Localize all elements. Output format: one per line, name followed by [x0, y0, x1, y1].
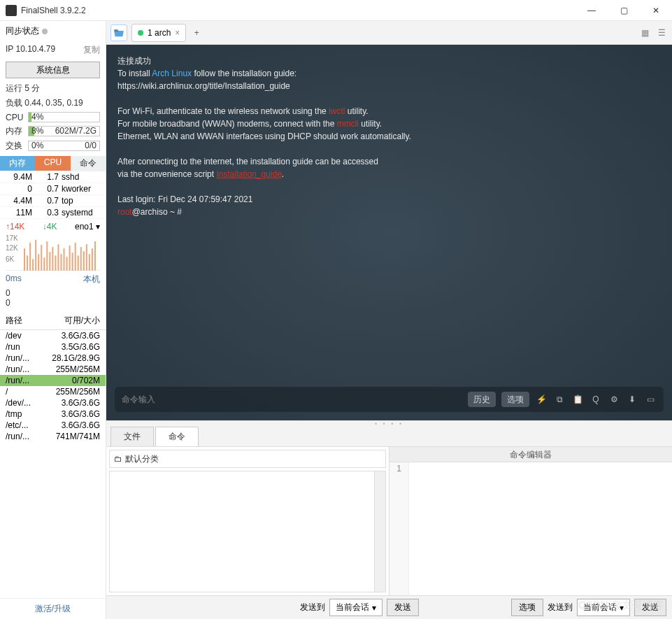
command-list[interactable] [109, 471, 386, 592]
sidebar: 同步状态 IP 10.10.4.79 复制 系统信息 运行 5 分 负载 0.4… [0, 21, 106, 619]
fs-row[interactable]: /run/...28.1G/28.9G [0, 353, 106, 364]
command-editor[interactable] [409, 462, 672, 595]
sync-status-dot-icon [42, 29, 48, 34]
fs-row[interactable]: /run/...255M/256M [0, 364, 106, 375]
fs-row[interactable]: /run/...0/702M [0, 375, 106, 386]
paste-icon[interactable]: 📋 [571, 393, 584, 406]
cpu-bar: 4% [28, 112, 100, 122]
process-row[interactable]: 4.4M0.7top [0, 195, 106, 207]
mem-bar: 8%602M/7.2G [28, 126, 100, 136]
tab-label: 1 arch [148, 28, 171, 38]
command-input-bar: 命令输入 历史 选项 ⚡ ⧉ 📋 Q ⚙ ⬇ ▭ [115, 387, 664, 412]
svg-rect-10 [52, 247, 53, 271]
fs-row[interactable]: /dev/...3.6G/3.6G [0, 397, 106, 408]
tab-memory[interactable]: 内存 [0, 156, 35, 171]
tab-command[interactable]: 命令 [71, 156, 106, 171]
grid-view-icon[interactable]: ▦ [638, 27, 651, 39]
options-button-2[interactable]: 选项 [511, 599, 543, 616]
gear-icon[interactable]: ⚙ [608, 393, 620, 406]
copy-ip-button[interactable]: 复制 [83, 44, 100, 56]
swap-label: 交换 [6, 140, 25, 152]
fs-row[interactable]: /dev3.6G/3.6G [0, 330, 106, 341]
options-button[interactable]: 选项 [501, 392, 529, 407]
svg-rect-0 [24, 248, 25, 271]
svg-rect-11 [55, 255, 56, 271]
svg-rect-2 [29, 243, 31, 271]
bottom-toolbar: 发送到 当前会话▾ 发送 选项 发送到 当前会话▾ 发送 CSDN @文哥博客 [106, 595, 672, 619]
fs-row[interactable]: /run/...741M/741M [0, 431, 106, 442]
line-gutter: 1 [389, 462, 409, 595]
svg-rect-3 [32, 259, 34, 271]
chevron-down-icon: ▾ [620, 603, 624, 613]
list-view-icon[interactable]: ☰ [655, 27, 668, 39]
window-title: FinalShell 3.9.2.2 [21, 6, 576, 15]
close-button[interactable]: ✕ [640, 0, 672, 21]
svg-rect-5 [38, 254, 39, 271]
sendto-label-2: 发送到 [548, 602, 573, 613]
session-select-2[interactable]: 当前会话▾ [577, 599, 630, 616]
svg-rect-14 [64, 248, 65, 271]
svg-rect-18 [75, 243, 76, 271]
network-chart: 17K 12K 6K [6, 234, 100, 271]
session-tab[interactable]: 1 arch × [131, 24, 186, 42]
send-button-2[interactable]: 发送 [634, 599, 666, 616]
load-label: 负载 0.44, 0.35, 0.19 [0, 96, 106, 111]
app-icon [6, 5, 17, 16]
tab-cpu[interactable]: CPU [35, 156, 70, 171]
system-info-button[interactable]: 系统信息 [6, 62, 100, 78]
scrollbar[interactable] [374, 471, 385, 592]
ip-address: IP 10.10.4.79 [6, 44, 55, 56]
history-button[interactable]: 历史 [468, 392, 496, 407]
bolt-icon[interactable]: ⚡ [535, 393, 548, 406]
fs-row[interactable]: /etc/...3.6G/3.6G [0, 420, 106, 431]
uptime-label: 运行 5 分 [0, 81, 106, 96]
fs-row[interactable]: /tmp3.6G/3.6G [0, 408, 106, 420]
swap-bar: 0%0/0 [28, 141, 100, 151]
editor-title: 命令编辑器 [389, 447, 672, 462]
process-row[interactable]: 00.7kworker [0, 183, 106, 195]
fs-row[interactable]: /255M/256M [0, 386, 106, 397]
svg-rect-8 [46, 241, 48, 271]
send-button[interactable]: 发送 [387, 599, 419, 616]
cpu-label: CPU [6, 113, 25, 122]
svg-rect-9 [49, 252, 50, 271]
bottom-tabs: 文件 命令 [106, 426, 672, 447]
activate-upgrade-link[interactable]: 激活/升级 [0, 598, 106, 619]
process-row[interactable]: 9.4M1.7sshd [0, 171, 106, 183]
mem-label: 内存 [6, 125, 25, 137]
svg-rect-20 [80, 247, 82, 271]
command-input[interactable]: 命令输入 [122, 393, 462, 406]
svg-rect-1 [27, 255, 28, 271]
copy-icon[interactable]: ⧉ [553, 393, 566, 406]
tab-file[interactable]: 文件 [110, 427, 154, 446]
svg-rect-17 [72, 252, 73, 271]
svg-rect-22 [86, 244, 87, 271]
latency-value: 0ms [6, 273, 22, 285]
close-tab-icon[interactable]: × [175, 28, 180, 38]
svg-rect-6 [41, 245, 42, 271]
category-header[interactable]: 🗀 默认分类 [109, 450, 386, 468]
svg-rect-7 [43, 257, 45, 271]
svg-rect-16 [69, 246, 71, 271]
tab-command[interactable]: 命令 [155, 427, 199, 446]
download-icon[interactable]: ⬇ [626, 393, 638, 406]
open-folder-button[interactable] [110, 24, 127, 41]
svg-rect-4 [35, 240, 36, 271]
search-icon[interactable]: Q [589, 393, 602, 406]
process-list: 9.4M1.7sshd 00.7kworker 4.4M0.7top 11M0.… [0, 171, 106, 219]
svg-rect-15 [66, 257, 68, 271]
latency-host[interactable]: 本机 [83, 273, 100, 285]
process-row[interactable]: 11M0.3systemd [0, 207, 106, 219]
resize-handle[interactable]: • • • • [106, 420, 672, 426]
minimize-button[interactable]: — [576, 0, 608, 21]
svg-rect-23 [89, 254, 90, 271]
fullscreen-icon[interactable]: ▭ [644, 393, 657, 406]
session-select[interactable]: 当前会话▾ [329, 599, 383, 616]
net-interface-select[interactable]: eno1 ▾ [75, 222, 100, 232]
svg-rect-13 [60, 254, 62, 271]
add-tab-button[interactable]: + [190, 28, 203, 38]
fs-row[interactable]: /run3.5G/3.6G [0, 341, 106, 353]
maximize-button[interactable]: ▢ [608, 0, 640, 21]
sendto-label: 发送到 [300, 602, 325, 613]
terminal[interactable]: 连接成功 To install Arch Linux follow the in… [106, 45, 672, 420]
